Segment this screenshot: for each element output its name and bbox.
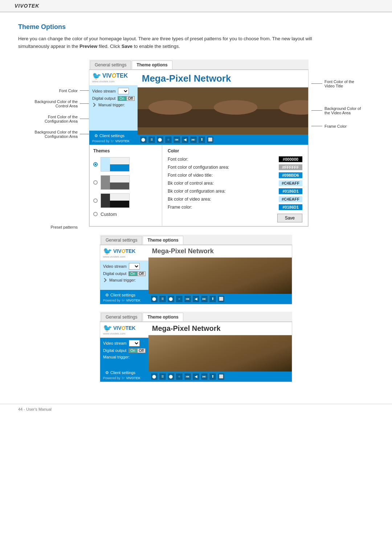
tb3-7[interactable]: ⏭ xyxy=(201,373,208,380)
toolbar-btn-stop[interactable]: ⬤ xyxy=(140,136,147,143)
on-off-toggle-1: On Off xyxy=(118,96,135,101)
tb2-4[interactable]: ○ xyxy=(176,295,183,303)
toolbar-btn-pause[interactable]: ⏸ xyxy=(148,136,155,143)
tb3-2[interactable]: ⏸ xyxy=(159,373,166,380)
theme-left-1 xyxy=(101,157,110,171)
off-button-1[interactable]: Off xyxy=(126,96,135,101)
tb2-2[interactable]: ⏸ xyxy=(159,295,166,303)
ann-right-font-title: Font Color of theVideo Title xyxy=(311,79,374,88)
color-section: Color Font color: #000000 Font color of … xyxy=(162,145,308,226)
theme-radio-custom[interactable] xyxy=(93,212,98,216)
save-button[interactable]: Save xyxy=(277,214,302,222)
main-content: Theme Options Here you can change the co… xyxy=(0,12,392,404)
powered-2: Powered by 🐦 VIVOTEK xyxy=(103,299,146,302)
video-stream-select-3[interactable]: 1 xyxy=(129,340,140,346)
digital-output-label-2: Digital output xyxy=(103,271,126,276)
logo-viv-3: VIV xyxy=(113,325,122,331)
logo-top: 🐦 VIVOTEK xyxy=(92,72,128,79)
tab-theme-3[interactable]: Theme options xyxy=(143,313,183,321)
tb3-6[interactable]: ◀ xyxy=(192,373,200,380)
tb2-5[interactable]: ⏮ xyxy=(184,295,191,303)
color-value-video-title: #098BD6 xyxy=(279,172,302,178)
color-value-bk-control: #C4EAFF xyxy=(279,180,302,186)
manual-trigger-row-3: Manual trigger: xyxy=(103,355,146,359)
tb3-3[interactable]: ⬤ xyxy=(167,373,175,380)
chevron-icon-1 xyxy=(91,103,95,107)
color-label-bk-config: Bk color of configuration area: xyxy=(168,189,276,194)
color-row-bk-control: Bk color of control area: #C4EAFF xyxy=(168,180,302,186)
color-row-font: Font color: #000000 xyxy=(168,156,302,162)
video-stream-select-1[interactable]: 1 xyxy=(118,88,129,94)
desc-end: to enable the settings. xyxy=(132,44,180,49)
theme-radio-1[interactable] xyxy=(93,162,98,167)
preview-layout-3: 🐦 VIVOTEK www.vivotek.com xyxy=(100,322,292,382)
theme-top-1 xyxy=(110,157,129,164)
theme-preview-2 xyxy=(101,175,130,190)
tb3-8[interactable]: ⬆ xyxy=(209,373,216,380)
toolbar-btn-prev[interactable]: ⏮ xyxy=(173,136,180,143)
video-stream-select-2[interactable]: 1 xyxy=(129,263,140,270)
on-btn-2[interactable]: On xyxy=(128,271,137,276)
toolbar-btn-vol[interactable]: ◀ xyxy=(181,136,189,143)
off-btn-2[interactable]: Off xyxy=(137,271,146,276)
logo-tek-3: TEK xyxy=(125,325,135,331)
on-button-1[interactable]: On xyxy=(118,96,126,101)
toolbar-btn-up[interactable]: ⬆ xyxy=(198,136,205,143)
toolbar-btn-circle[interactable]: ○ xyxy=(165,136,172,143)
video-title-row-1: Mega-Pixel Network xyxy=(138,70,308,87)
color-label-video-title: Font color of video title: xyxy=(168,173,276,178)
logo-tek: TEK xyxy=(116,73,128,79)
on-off-toggle-2: On Off xyxy=(128,271,146,276)
video-3 xyxy=(148,335,292,372)
title-row-2: Mega-Pixel Network xyxy=(148,245,292,258)
tb2-6[interactable]: ◀ xyxy=(192,295,200,303)
tb3-1[interactable]: ⬤ xyxy=(151,373,158,380)
logo-top-2: 🐦 VIVOTEK xyxy=(103,247,135,255)
brand-name: VIVOTEK xyxy=(15,3,39,9)
tab-theme-2[interactable]: Theme options xyxy=(143,236,183,245)
tb2-1[interactable]: ⬤ xyxy=(151,295,158,303)
client-settings-btn-1[interactable]: ⚙ Client settings xyxy=(92,132,135,139)
theme-radio-2[interactable] xyxy=(93,180,98,185)
tb3-5[interactable]: ⏮ xyxy=(184,373,191,380)
theme-option-2 xyxy=(93,175,158,190)
tb2-8[interactable]: ⬆ xyxy=(209,295,216,303)
preview-layout-1: 🐦 VIVOTEK www.vivotek.com xyxy=(89,70,308,145)
tab-bar-2: General settings Theme options xyxy=(100,235,292,245)
tb2-9[interactable]: ⬜ xyxy=(217,295,225,303)
tab-general-settings[interactable]: General settings xyxy=(90,61,131,69)
toolbar-btn-fullscreen[interactable]: ⬜ xyxy=(207,136,214,143)
themes-title: Themes xyxy=(93,148,158,153)
section-description: Here you can change the color of your ho… xyxy=(18,35,327,50)
tab-theme-options[interactable]: Theme options xyxy=(132,61,172,69)
logo-url-2: www.vivotek.com xyxy=(103,255,135,258)
toolbar-btn-next[interactable]: ⏭ xyxy=(190,136,197,143)
on-btn-3[interactable]: On xyxy=(128,348,137,353)
logo-o-icon: O xyxy=(112,73,116,79)
ann-line-3 xyxy=(80,119,89,119)
tb3-9[interactable]: ⬜ xyxy=(217,373,225,380)
tb2-3[interactable]: ⬤ xyxy=(167,295,175,303)
ann-right-frame: Frame Color xyxy=(311,124,374,128)
theme-left-2 xyxy=(101,176,110,189)
logo-row-1: 🐦 VIVOTEK www.vivotek.com xyxy=(89,70,138,86)
theme-radio-3[interactable] xyxy=(93,198,98,203)
annotated-panel: Font Color Background Color of theContro… xyxy=(18,59,374,227)
client-btn-3[interactable]: ⚙ Client settings xyxy=(103,369,146,376)
logo-row-3: 🐦 VIVOTEK www.vivotek.com xyxy=(100,322,148,338)
video-stream-label-2: Video stream xyxy=(103,264,127,268)
left-sidebar-3: 🐦 VIVOTEK www.vivotek.com xyxy=(100,322,148,382)
off-btn-3[interactable]: Off xyxy=(137,348,146,353)
color-label-bk-video: Bk color of video area: xyxy=(168,197,276,202)
toolbar-btn-record[interactable]: ⬤ xyxy=(156,136,164,143)
title-row-3: Mega-Pixel Network xyxy=(148,322,292,335)
ann-dash-r3 xyxy=(311,126,322,126)
tb2-7[interactable]: ⏭ xyxy=(201,295,208,303)
toolbar-2: ⬤ ⏸ ⬤ ○ ⏮ ◀ ⏭ ⬆ ⬜ xyxy=(148,294,292,304)
client-btn-2[interactable]: ⚙ Client settings xyxy=(103,292,146,299)
tab-general-3[interactable]: General settings xyxy=(101,313,142,321)
tb3-4[interactable]: ○ xyxy=(176,373,183,380)
logo-text-3: VIVOTEK xyxy=(113,325,135,331)
color-row-bk-video: Bk color of video area: #C4EAFF xyxy=(168,196,302,202)
tab-general-2[interactable]: General settings xyxy=(101,236,142,245)
